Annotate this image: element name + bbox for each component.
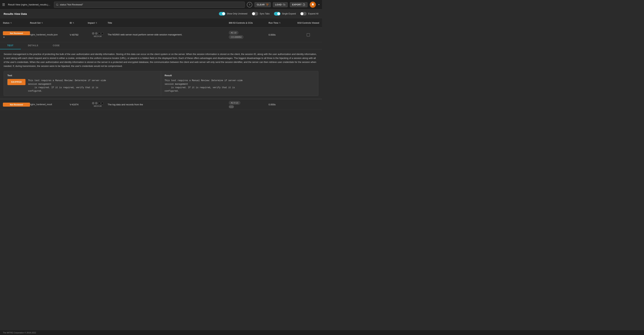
table-row-second: Not Reviewed nginx_hardened_result V-416… [0, 99, 322, 110]
th-impact: Impact ⇅ [88, 22, 108, 24]
svg-point-0 [56, 4, 58, 5]
single-expand-control: Single Expand [274, 12, 296, 16]
toggle-knob-4 [300, 12, 304, 15]
th-id: ID ⇅ [70, 22, 88, 24]
upload-icon [283, 4, 285, 6]
search-icon [56, 4, 58, 6]
toggle-chip [229, 105, 234, 108]
toggle-knob-3 [277, 12, 280, 15]
result-set-text: nginx_hardened_results.json [30, 34, 58, 36]
expanded-content: Session management is the practice of pr… [0, 49, 322, 99]
impact-label: MEDIUM [94, 36, 102, 38]
result-set-cell: nginx_hardened_results.json [30, 33, 70, 36]
show-only-unviewed-control: Show Only Unviewed [219, 12, 248, 16]
header-controls: Show Only Unviewed Sync Tabs Single Expa… [219, 12, 318, 16]
clear-button[interactable]: CLEAR [254, 2, 271, 7]
menu-icon[interactable]: ☰ [2, 3, 5, 7]
search-input[interactable] [60, 3, 243, 6]
control-chip-2: CCI-000054 [229, 35, 244, 39]
help-button[interactable]: ? [247, 2, 252, 8]
tab-details[interactable]: DETAILS [21, 42, 46, 49]
table-row: Not Reviewed ▼ nginx_hardened_results.js… [0, 28, 322, 42]
status-cell-2: Not Reviewed [3, 103, 30, 107]
status-cell: Not Reviewed ▼ [3, 31, 30, 39]
sort-icon-impact[interactable]: ⇅ [96, 22, 97, 24]
result-text: This test requires a Manual Review: Dete… [165, 79, 243, 92]
id-text: V-40792 [70, 34, 78, 36]
topbar-title: Result View (nginx_hardened_results.j… [8, 3, 50, 6]
result-set-cell-2: nginx_hardened_result [30, 103, 70, 106]
control-chip-1: AC-10 [229, 31, 238, 35]
description-text: Session management is the practice of pr… [4, 52, 318, 68]
th-title: Title [108, 22, 229, 24]
runtime-cell: 0.000s [268, 34, 298, 36]
expanded-panel: TEST DETAILS CODE Session management is … [0, 42, 322, 99]
controls-cell: AC-10 CCI-000054 [229, 31, 268, 39]
tab-code[interactable]: CODE [46, 42, 67, 49]
load-button[interactable]: LOAD [273, 2, 288, 7]
controls-cell-2: AU-9 (2) [229, 101, 268, 108]
test-column: Test SKIPPED This test requires a Manual… [4, 71, 161, 96]
title-cell-2: The log data and records from the [108, 103, 229, 106]
title-text-2: The log data and records from the [108, 103, 143, 106]
export-icon [303, 4, 305, 6]
expand-all-control: Expand All [300, 12, 318, 16]
svg-line-1 [58, 5, 58, 6]
sort-icon-id[interactable]: ⇅ [72, 22, 74, 24]
expanded-tabs: TEST DETAILS CODE [0, 42, 322, 49]
sync-tabs-control: Sync Tabs [252, 12, 270, 16]
tab-test[interactable]: TEST [0, 42, 21, 49]
results-header: Results View Data Show Only Unviewed Syn… [0, 10, 322, 18]
test-col-header: Test [8, 74, 157, 77]
show-only-unviewed-label: Show Only Unviewed [227, 13, 248, 15]
result-column: Result This test requires a Manual Revie… [161, 71, 318, 96]
show-only-unviewed-toggle[interactable] [219, 12, 226, 16]
search-bar[interactable] [54, 2, 245, 8]
sort-icon-status[interactable]: ⇅ [10, 22, 12, 24]
th-status: Status ⇅ [3, 22, 30, 24]
impact-dot-3 [98, 32, 100, 35]
test-result-grid: Test SKIPPED This test requires a Manual… [4, 71, 318, 96]
impact-cell-2: MEDIUM [88, 102, 108, 107]
impact-label-2: MEDIUM [94, 105, 102, 107]
toggle-knob-2 [252, 12, 255, 15]
impact-dot-2-4 [101, 102, 104, 104]
single-expand-toggle[interactable] [274, 12, 280, 16]
impact-dot-4 [101, 32, 104, 35]
export-button[interactable]: EXPORT [290, 2, 308, 7]
row-expand-chevron[interactable]: ▼ [3, 36, 30, 39]
user-chevron-icon[interactable]: ▼ [318, 4, 320, 6]
title-cell: The NGINX web server must perform server… [108, 33, 229, 36]
skipped-button[interactable]: SKIPPED [8, 79, 26, 85]
title-text: The NGINX web server must perform server… [108, 33, 182, 36]
th-controls: 800-53 Controls & CCIs [229, 22, 268, 24]
export-label: EXPORT [292, 4, 302, 6]
result-set-text-2: nginx_hardened_result [30, 103, 52, 106]
th-result-set: Result Set ⇅ [30, 22, 70, 24]
impact-dot-2-3 [98, 102, 100, 104]
sync-tabs-toggle[interactable] [252, 12, 258, 16]
id-text-2: V-41674 [70, 103, 78, 106]
toggle-knob [222, 12, 225, 15]
load-label: LOAD [275, 4, 282, 6]
th-viewed: 0/10 Controls Viewed [298, 22, 319, 24]
impact-cell: MEDIUM [88, 32, 108, 38]
topbar: ☰ Result View (nginx_hardened_results.j…… [0, 0, 322, 10]
viewed-checkbox[interactable] [307, 33, 310, 37]
runtime-text: 0.000s [268, 34, 276, 36]
sync-tabs-label: Sync Tabs [260, 13, 270, 15]
sort-icon-result-set[interactable]: ⇅ [41, 22, 43, 24]
impact-dot-2-1 [92, 102, 94, 104]
expand-all-toggle[interactable] [300, 12, 307, 16]
table-header: Status ⇅ Result Set ⇅ ID ⇅ Impact ⇅ Titl… [0, 18, 322, 28]
user-icon [311, 3, 314, 6]
user-avatar[interactable] [310, 2, 316, 8]
sort-icon-runtime[interactable]: ⇅ [279, 22, 280, 24]
impact-dots-2 [92, 102, 104, 104]
control-chip-2-1: AU-9 (2) [229, 101, 240, 105]
status-badge-2: Not Reviewed [3, 103, 30, 107]
runtime-text-2: 0.000s [268, 103, 276, 106]
th-runtime: Run Time ⇅ [268, 22, 298, 24]
results-header-title: Results View Data [4, 12, 27, 15]
runtime-cell-2: 0.000s [268, 103, 298, 106]
